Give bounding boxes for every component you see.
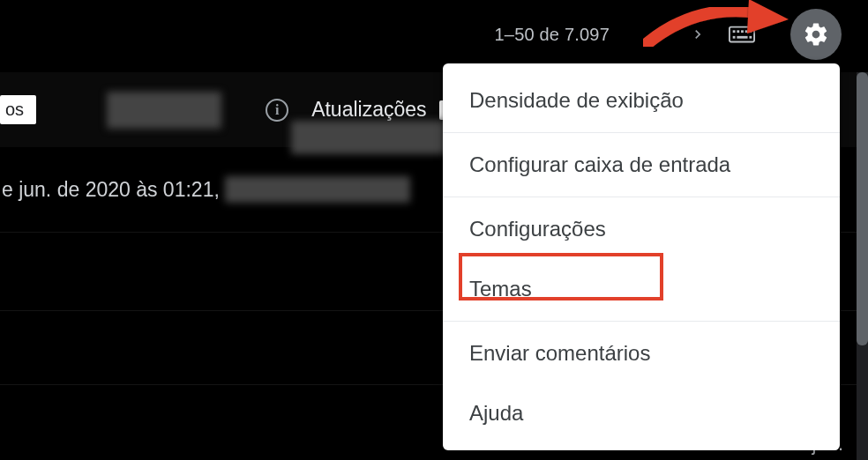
date-text: e jun. de 2020 às 01:21, <box>2 178 220 202</box>
redacted-block <box>225 176 410 203</box>
svg-rect-2 <box>737 30 739 33</box>
menu-themes[interactable]: Temas <box>443 259 840 319</box>
svg-rect-3 <box>741 30 744 33</box>
svg-rect-4 <box>745 30 748 33</box>
pagination-count: 1–50 de 7.097 <box>494 25 610 45</box>
svg-rect-8 <box>749 36 752 39</box>
gear-icon <box>803 21 829 48</box>
settings-gear-button[interactable] <box>790 9 842 60</box>
next-page-button[interactable] <box>680 17 715 52</box>
svg-rect-0 <box>730 27 754 42</box>
divider <box>443 132 840 133</box>
svg-rect-7 <box>737 36 747 39</box>
settings-menu: Densidade de exibição Configurar caixa d… <box>443 63 840 450</box>
input-tools-button[interactable] <box>724 17 760 52</box>
divider <box>443 197 840 197</box>
redacted-block <box>107 92 221 129</box>
svg-rect-5 <box>749 30 752 33</box>
menu-display-density[interactable]: Densidade de exibição <box>443 70 840 130</box>
chevron-left-icon <box>645 26 662 43</box>
scrollbar[interactable] <box>857 72 868 460</box>
menu-send-feedback[interactable]: Enviar comentários <box>443 323 840 383</box>
prev-page-button[interactable] <box>636 17 671 52</box>
scrollbar-thumb[interactable] <box>857 72 868 345</box>
menu-configure-inbox[interactable]: Configurar caixa de entrada <box>443 135 840 195</box>
svg-rect-1 <box>733 30 736 33</box>
svg-rect-6 <box>733 36 736 39</box>
tab-primary[interactable]: os <box>0 95 36 124</box>
menu-help[interactable]: Ajuda <box>443 383 840 443</box>
tab-updates[interactable]: Atualizações <box>311 98 426 122</box>
info-icon: i <box>266 99 288 122</box>
menu-settings[interactable]: Configurações <box>443 199 840 259</box>
chevron-right-icon <box>689 26 707 43</box>
divider <box>443 321 840 322</box>
keyboard-icon <box>729 25 755 44</box>
